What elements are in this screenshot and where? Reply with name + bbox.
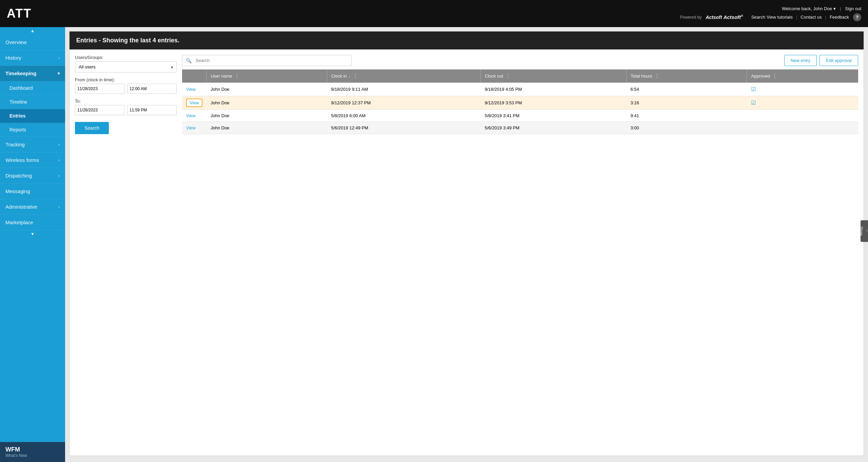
top-header: ATT Welcome back, John Doe ▾ | Sign out … bbox=[0, 0, 868, 27]
view-link[interactable]: View bbox=[186, 125, 196, 130]
sidebar-item-marketplace[interactable]: Marketplace bbox=[0, 215, 65, 230]
user-chevron-icon[interactable]: ▾ bbox=[833, 6, 836, 11]
filter-panel: Users/Groups: All users From (clock in t… bbox=[75, 55, 177, 134]
powered-by-text: Powered by bbox=[680, 15, 702, 20]
from-time-field[interactable] bbox=[127, 84, 177, 93]
signout-link[interactable]: Sign out bbox=[845, 6, 861, 11]
users-groups-label: Users/Groups: bbox=[75, 55, 177, 60]
sidebar-label-timekeeping: Timekeeping bbox=[5, 70, 36, 76]
col-clockin-menu-icon[interactable]: ⋮ bbox=[353, 73, 358, 79]
header-user-area: Welcome back, John Doe ▾ | Sign out bbox=[782, 6, 861, 11]
col-totalhours-label: Total hours bbox=[631, 74, 652, 79]
to-date-field[interactable] bbox=[75, 105, 124, 115]
to-time-field[interactable] bbox=[127, 105, 177, 115]
col-username-menu-icon[interactable]: ⋮ bbox=[234, 73, 240, 79]
row-0-view-cell: View bbox=[182, 83, 206, 96]
row-2-totalhours: 9:41 bbox=[626, 110, 747, 122]
view-link[interactable]: View bbox=[186, 87, 196, 92]
row-2-approved bbox=[747, 110, 858, 122]
users-groups-select[interactable]: All users bbox=[75, 61, 177, 72]
timekeeping-chevron-icon: ▾ bbox=[58, 71, 60, 76]
sidebar-sub-timeline[interactable]: Timeline bbox=[0, 95, 65, 109]
sidebar-label-tracking: Tracking bbox=[5, 142, 25, 147]
sidebar-sub-dashboard[interactable]: Dashboard bbox=[0, 81, 65, 95]
edit-approval-button[interactable]: Edit approval bbox=[820, 55, 858, 66]
sidebar-item-timekeeping[interactable]: Timekeeping ▾ bbox=[0, 66, 65, 81]
sep4: | bbox=[825, 15, 826, 20]
sidebar-sub-entries[interactable]: Entries bbox=[0, 109, 65, 123]
col-view bbox=[182, 69, 206, 83]
sub-label-dashboard: Dashboard bbox=[9, 85, 33, 91]
sidebar-label-history: History bbox=[5, 55, 21, 61]
search-input[interactable] bbox=[194, 55, 348, 66]
sidebar-item-overview[interactable]: Overview bbox=[0, 35, 65, 50]
view-tutorials-link[interactable]: Search bbox=[751, 15, 765, 20]
col-username-label: User name bbox=[211, 74, 232, 79]
sidebar-label-administrative: Administrative bbox=[5, 204, 37, 210]
sidebar: ▲ Overview History › Timekeeping ▾ Dashb… bbox=[0, 27, 65, 462]
sidebar-wfm[interactable]: WFM What's New bbox=[0, 442, 65, 462]
sidebar-scroll-up[interactable]: ▲ bbox=[0, 27, 65, 35]
to-time-input: 🕐 bbox=[127, 105, 177, 115]
view-highlighted-button[interactable]: View bbox=[186, 99, 202, 107]
table-row: ViewJohn Doe5/8/2019 6:00 AM5/8/2019 3:4… bbox=[182, 110, 858, 122]
to-label: To: bbox=[75, 99, 177, 104]
wfm-title: WFM bbox=[5, 446, 60, 453]
from-date-field[interactable] bbox=[75, 84, 124, 93]
col-totalhours: Total hours ⋮ bbox=[626, 69, 747, 83]
sidebar-label-messaging: Messaging bbox=[5, 188, 30, 194]
row-3-clockout: 5/6/2019 3:49 PM bbox=[480, 122, 626, 134]
welcome-label: Welcome back, John Doe bbox=[782, 6, 832, 11]
from-date-input: 📅 bbox=[75, 84, 124, 94]
row-1-totalhours: 3:16 bbox=[626, 96, 747, 110]
sidebar-item-dispatching[interactable]: Dispatching › bbox=[0, 168, 65, 184]
row-0-approved: ☑ bbox=[747, 83, 858, 96]
row-1-view-cell: View bbox=[182, 96, 206, 110]
feedback-link[interactable]: Feedback bbox=[830, 15, 849, 20]
search-button[interactable]: Search bbox=[75, 122, 109, 134]
wfm-subtitle: What's New bbox=[5, 453, 60, 458]
row-1-clockin: 9/12/2019 12:37 PM bbox=[327, 96, 480, 110]
col-clockout-menu-icon[interactable]: ⋮ bbox=[505, 73, 511, 79]
row-0-totalhours: 6:54 bbox=[626, 83, 747, 96]
page-title: Entries - Showing the last 4 entries. bbox=[76, 37, 179, 44]
sub-label-timeline: Timeline bbox=[9, 99, 27, 105]
new-entry-button[interactable]: New entry bbox=[784, 55, 817, 66]
sidebar-item-history[interactable]: History › bbox=[0, 50, 65, 66]
row-3-username: John Doe bbox=[206, 122, 327, 134]
row-3-approved bbox=[747, 122, 858, 134]
sidebar-item-messaging[interactable]: Messaging bbox=[0, 184, 65, 199]
row-1-clockout: 9/12/2019 3:53 PM bbox=[480, 96, 626, 110]
welcome-text: Welcome back, John Doe ▾ bbox=[782, 6, 836, 11]
help-button[interactable]: ? bbox=[853, 13, 861, 21]
users-groups-select-wrapper: All users bbox=[75, 61, 177, 72]
side-toggle-button[interactable]: ← Show bbox=[861, 220, 868, 242]
wireless-chevron-icon: › bbox=[58, 158, 60, 163]
contact-us-link[interactable]: Contact us bbox=[801, 15, 822, 20]
row-3-clockin: 5/6/2019 12:49 PM bbox=[327, 122, 480, 134]
separator-1: | bbox=[840, 6, 841, 11]
sidebar-scroll-down[interactable]: ▼ bbox=[0, 230, 65, 238]
col-clockin: Clock in ↓ ⋮ bbox=[327, 69, 480, 83]
table-body: ViewJohn Doe9/18/2019 9:11 AM9/18/2019 4… bbox=[182, 83, 858, 134]
dispatching-chevron-icon: › bbox=[58, 173, 60, 178]
col-clockin-sort-icon[interactable]: ↓ bbox=[349, 74, 351, 78]
view-tutorials-link2[interactable]: View tutorials bbox=[767, 15, 793, 20]
col-approved-menu-icon[interactable]: ⋮ bbox=[772, 73, 777, 79]
col-username: User name ⋮ bbox=[206, 69, 327, 83]
page-container: Entries - Showing the last 4 entries. Us… bbox=[69, 31, 864, 456]
col-approved: Approved ⋮ bbox=[747, 69, 858, 83]
toolbar-buttons: New entry Edit approval bbox=[784, 55, 858, 66]
from-label: From (clock in time): bbox=[75, 77, 177, 82]
row-1-username: John Doe bbox=[206, 96, 327, 110]
row-0-clockout: 9/18/2019 4:05 PM bbox=[480, 83, 626, 96]
sidebar-item-wireless-forms[interactable]: Wireless forms › bbox=[0, 152, 65, 168]
row-0-clockin: 9/18/2019 9:11 AM bbox=[327, 83, 480, 96]
sidebar-item-administrative[interactable]: Administrative › bbox=[0, 199, 65, 215]
view-link[interactable]: View bbox=[186, 113, 196, 118]
sidebar-sub-reports[interactable]: Reports bbox=[0, 123, 65, 137]
sidebar-item-tracking[interactable]: Tracking › bbox=[0, 137, 65, 152]
col-totalhours-menu-icon[interactable]: ⋮ bbox=[654, 73, 660, 79]
row-1-approved: ☑ bbox=[747, 96, 858, 110]
row-2-username: John Doe bbox=[206, 110, 327, 122]
